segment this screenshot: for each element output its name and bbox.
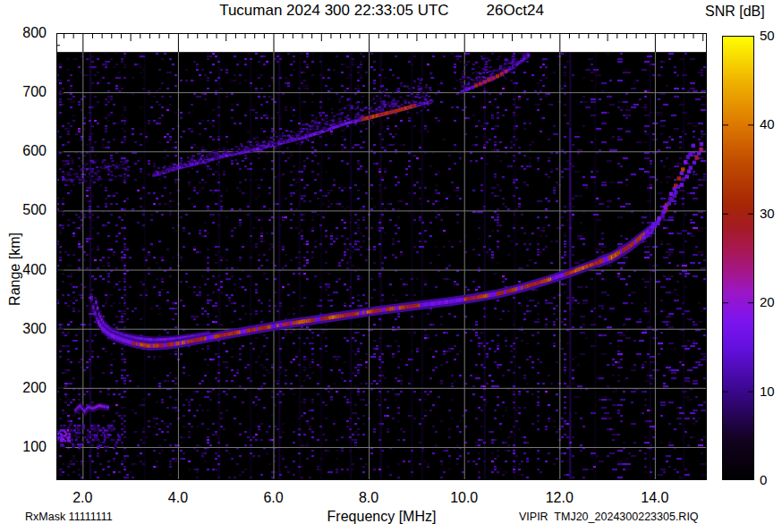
- y-tick-label: 300: [9, 321, 47, 337]
- x-tick-label: 6.0: [254, 490, 293, 506]
- y-tick-label: 500: [9, 202, 47, 218]
- plot-date: 26Oct24: [487, 2, 544, 20]
- colorbar-title: SNR [dB]: [705, 4, 780, 20]
- x-tick-label: 14.0: [635, 490, 675, 506]
- colorbar-tick-label: 50: [760, 28, 782, 43]
- y-tick-label: 100: [9, 439, 47, 455]
- y-tick-label: 800: [9, 25, 47, 41]
- x-tick-label: 4.0: [158, 490, 198, 506]
- y-tick-label: 200: [9, 380, 47, 396]
- x-tick-label: 2.0: [63, 490, 102, 506]
- x-tick-label: 10.0: [445, 490, 484, 506]
- plot-header: Tucuman 2024 300 22:33:05 UTC 26Oct24: [56, 2, 707, 20]
- colorbar-tick-label: 0: [760, 472, 782, 487]
- y-tick-label: 700: [9, 84, 47, 100]
- y-tick-label: 600: [9, 143, 47, 159]
- ionogram-canvas: [56, 33, 707, 480]
- x-tick-label: 8.0: [349, 490, 388, 506]
- x-tick-label: 12.0: [540, 490, 579, 506]
- colorbar-canvas: [722, 36, 754, 480]
- filename-text: VIPIR TMJ20_2024300223305.RIQ: [519, 511, 699, 523]
- colorbar-tick-label: 10: [760, 384, 782, 399]
- y-tick-label: 400: [9, 262, 47, 278]
- plot-title: Tucuman 2024 300 22:33:05 UTC: [219, 2, 448, 20]
- colorbar-tick-label: 30: [760, 206, 782, 221]
- colorbar-tick-label: 40: [760, 116, 782, 131]
- colorbar-tick-label: 20: [760, 294, 782, 309]
- ionogram-figure: Tucuman 2024 300 22:33:05 UTC 26Oct24 SN…: [0, 0, 782, 532]
